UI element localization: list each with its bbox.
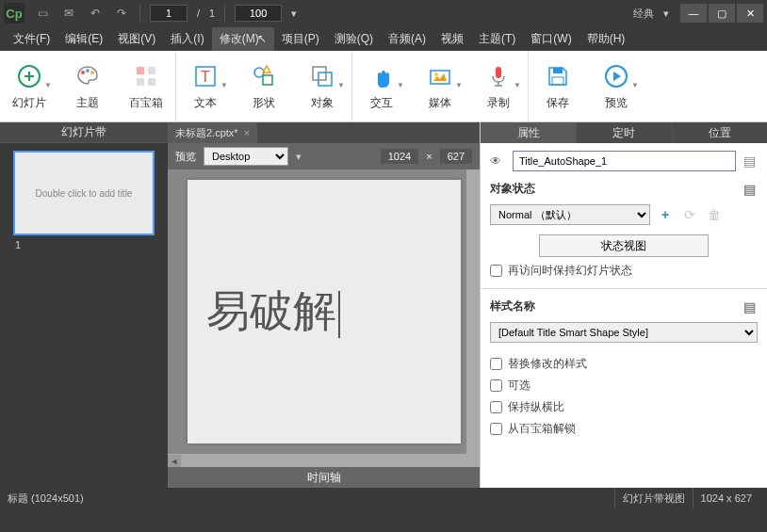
svg-rect-5 — [148, 67, 155, 74]
menu-window[interactable]: 窗口(W) — [523, 27, 579, 51]
menu-view[interactable]: 视图(V) — [110, 27, 163, 51]
menu-project[interactable]: 项目(P) — [274, 27, 327, 51]
ribbon-assets[interactable]: 百宝箱 — [117, 51, 175, 121]
svg-rect-6 — [137, 78, 144, 86]
workspace-label[interactable]: 经典 — [633, 7, 654, 21]
ribbon-save[interactable]: 保存 — [529, 51, 587, 121]
state-view-button[interactable]: 状态视图 — [539, 234, 709, 257]
section-menu-icon[interactable]: ▤ — [742, 182, 758, 197]
ribbon-slides[interactable]: ▼ 幻灯片 — [0, 51, 58, 121]
status-dims: 1024 x 627 — [693, 488, 759, 508]
svg-point-15 — [434, 73, 438, 76]
maximize-button[interactable]: ▢ — [709, 4, 735, 23]
label: 文本 — [194, 95, 217, 111]
horizontal-scrollbar[interactable]: ◄ — [168, 454, 480, 467]
caret-icon: ▼ — [514, 81, 521, 89]
menu-edit[interactable]: 编辑(E) — [57, 27, 110, 51]
close-button[interactable]: ✕ — [737, 4, 763, 23]
tab-timing[interactable]: 定时 — [576, 122, 671, 143]
label: 百宝箱 — [129, 95, 163, 111]
divider — [481, 288, 767, 289]
state-select[interactable]: Normal （默认） — [490, 204, 650, 225]
cb-unlock[interactable]: 从百宝箱解锁 — [490, 421, 758, 437]
label: 预览 — [605, 95, 628, 111]
menu-quiz[interactable]: 测验(Q) — [327, 27, 381, 51]
play-icon: ▼ — [601, 61, 631, 91]
svg-rect-12 — [318, 73, 332, 86]
scroll-left-icon[interactable]: ◄ — [168, 455, 181, 468]
cb-optional[interactable]: 可选 — [490, 378, 758, 394]
ribbon-interactions[interactable]: ▼ 交互 — [352, 51, 411, 121]
document-tab[interactable]: 未标题2.cptx* × — [168, 122, 257, 143]
ribbon-media[interactable]: ▼ 媒体 — [411, 51, 469, 121]
grid-icon — [131, 61, 161, 91]
caret-icon: ▼ — [397, 81, 404, 89]
label: 保存 — [547, 95, 569, 111]
object-name-input[interactable] — [513, 151, 736, 171]
layout-icon[interactable]: ▭ — [34, 5, 51, 22]
menu-audio[interactable]: 音频(A) — [381, 27, 433, 51]
mail-icon[interactable]: ✉ — [60, 5, 77, 22]
text-icon: T▼ — [190, 61, 220, 91]
mic-icon: ▼ — [483, 61, 514, 91]
filmstrip-tab[interactable]: 幻灯片带 — [0, 122, 168, 143]
menu-video[interactable]: 视频 — [433, 27, 471, 51]
tab-position[interactable]: 位置 — [672, 122, 767, 143]
page-separator: / — [197, 8, 200, 19]
svg-point-3 — [90, 71, 94, 74]
title-text[interactable]: 易破解 — [206, 282, 340, 341]
doc-name: 未标题2.cptx* — [175, 126, 238, 140]
canvas-height: 627 — [440, 149, 472, 164]
cursor-icon: ↖ — [257, 32, 267, 45]
page-current-input[interactable] — [150, 5, 188, 22]
separator — [224, 5, 225, 22]
cb-aspect[interactable]: 保持纵横比 — [490, 399, 758, 415]
ribbon-record[interactable]: ▼ 录制 — [469, 51, 528, 121]
panel-menu-icon[interactable]: ▤ — [742, 153, 758, 169]
svg-point-2 — [86, 69, 90, 73]
caret-icon: ▼ — [44, 81, 52, 89]
svg-rect-11 — [263, 75, 272, 85]
menu-insert[interactable]: 插入(I) — [163, 27, 211, 51]
dropdown-icon[interactable]: ▾ — [296, 151, 302, 163]
minimize-button[interactable]: — — [680, 4, 707, 23]
menu-modify[interactable]: 修改(M)↖ — [212, 27, 274, 51]
close-tab-icon[interactable]: × — [244, 127, 250, 138]
redo-icon[interactable]: ↷ — [113, 5, 130, 22]
cb-replace[interactable]: 替换修改的样式 — [490, 356, 758, 372]
add-state-icon[interactable]: + — [656, 205, 675, 224]
label: 录制 — [487, 95, 510, 111]
section-objectstate: 对象状态 — [490, 181, 535, 197]
menu-help[interactable]: 帮助(H) — [579, 27, 633, 51]
zoom-caret-icon[interactable]: ▾ — [291, 8, 297, 20]
slide-canvas[interactable]: 易破解 — [188, 180, 461, 443]
canvas-width: 1024 — [381, 149, 418, 164]
ribbon-text[interactable]: T▼ 文本 — [176, 51, 235, 121]
ribbon-preview[interactable]: ▼ 预览 — [587, 51, 645, 121]
ribbon-themes[interactable]: 主题 — [58, 51, 117, 121]
menu-theme[interactable]: 主题(T) — [471, 27, 523, 51]
slide-number: 1 — [8, 235, 160, 254]
refresh-icon: ⟳ — [680, 205, 699, 224]
ribbon-shapes[interactable]: 形状 — [235, 51, 293, 121]
delete-icon: 🗑 — [705, 205, 724, 224]
device-select[interactable]: Desktop — [204, 147, 288, 166]
label: 交互 — [370, 95, 393, 111]
zoom-input[interactable] — [235, 5, 282, 22]
vertical-scrollbar[interactable] — [466, 169, 480, 454]
app-logo: Cp — [4, 3, 24, 24]
status-object: 标题 (1024x501) — [8, 492, 84, 506]
undo-icon[interactable]: ↶ — [87, 5, 104, 22]
workspace-caret-icon[interactable]: ▾ — [663, 8, 669, 20]
menu-file[interactable]: 文件(F) — [6, 27, 57, 51]
ribbon-objects[interactable]: ▼ 对象 — [293, 51, 351, 121]
visibility-icon[interactable]: 👁 — [490, 154, 507, 168]
slide-thumbnail[interactable]: Double click to add title — [13, 151, 155, 235]
cb-revisit[interactable]: 再访问时保持幻灯片状态 — [490, 263, 758, 279]
save-icon — [543, 61, 573, 91]
timeline-tab[interactable]: 时间轴 — [168, 467, 480, 488]
status-view[interactable]: 幻灯片带视图 — [614, 488, 693, 508]
section-menu-icon[interactable]: ▤ — [742, 299, 758, 314]
tab-properties[interactable]: 属性 — [481, 122, 576, 143]
style-select[interactable]: [Default Title Smart Shape Style] — [490, 322, 758, 343]
